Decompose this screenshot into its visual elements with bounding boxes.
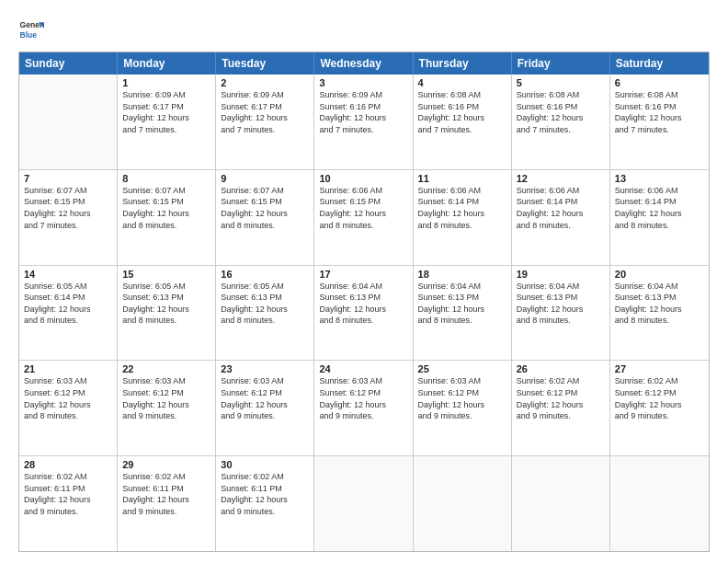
day-number: 29 bbox=[122, 459, 210, 470]
empty-cell bbox=[314, 456, 413, 551]
day-info: Sunrise: 6:06 AM Sunset: 6:14 PM Dayligh… bbox=[615, 185, 704, 231]
logo: General Blue bbox=[18, 17, 46, 42]
day-info: Sunrise: 6:07 AM Sunset: 6:15 PM Dayligh… bbox=[24, 185, 112, 231]
day-number: 2 bbox=[221, 77, 309, 88]
day-info: Sunrise: 6:08 AM Sunset: 6:16 PM Dayligh… bbox=[517, 89, 605, 135]
day-cell-18: 18Sunrise: 6:04 AM Sunset: 6:13 PM Dayli… bbox=[414, 266, 512, 361]
day-cell-27: 27Sunrise: 6:02 AM Sunset: 6:12 PM Dayli… bbox=[610, 361, 709, 455]
empty-cell bbox=[512, 456, 610, 551]
day-info: Sunrise: 6:05 AM Sunset: 6:13 PM Dayligh… bbox=[221, 281, 309, 327]
empty-cell bbox=[610, 456, 709, 551]
day-info: Sunrise: 6:09 AM Sunset: 6:17 PM Dayligh… bbox=[122, 89, 210, 135]
day-number: 21 bbox=[24, 363, 112, 374]
header-day-sunday: Sunday bbox=[19, 52, 118, 75]
day-info: Sunrise: 6:04 AM Sunset: 6:13 PM Dayligh… bbox=[418, 281, 506, 327]
header-day-tuesday: Tuesday bbox=[216, 52, 314, 75]
day-number: 26 bbox=[517, 363, 605, 374]
week-row-1: 1Sunrise: 6:09 AM Sunset: 6:17 PM Daylig… bbox=[19, 75, 709, 170]
day-info: Sunrise: 6:07 AM Sunset: 6:15 PM Dayligh… bbox=[221, 185, 309, 231]
day-cell-26: 26Sunrise: 6:02 AM Sunset: 6:12 PM Dayli… bbox=[512, 361, 610, 455]
day-number: 13 bbox=[615, 173, 704, 184]
svg-text:Blue: Blue bbox=[20, 30, 38, 40]
day-info: Sunrise: 6:04 AM Sunset: 6:13 PM Dayligh… bbox=[615, 281, 704, 327]
day-number: 28 bbox=[24, 459, 112, 470]
day-number: 30 bbox=[221, 459, 309, 470]
day-number: 1 bbox=[122, 77, 210, 88]
day-info: Sunrise: 6:09 AM Sunset: 6:17 PM Dayligh… bbox=[221, 89, 309, 135]
day-info: Sunrise: 6:03 AM Sunset: 6:12 PM Dayligh… bbox=[221, 375, 309, 421]
day-number: 16 bbox=[221, 269, 309, 280]
day-info: Sunrise: 6:02 AM Sunset: 6:12 PM Dayligh… bbox=[517, 375, 605, 421]
day-cell-25: 25Sunrise: 6:03 AM Sunset: 6:12 PM Dayli… bbox=[414, 361, 512, 455]
day-cell-7: 7Sunrise: 6:07 AM Sunset: 6:15 PM Daylig… bbox=[19, 170, 118, 265]
day-number: 11 bbox=[418, 173, 506, 184]
day-number: 27 bbox=[615, 363, 704, 374]
day-number: 19 bbox=[517, 269, 605, 280]
day-cell-29: 29Sunrise: 6:02 AM Sunset: 6:11 PM Dayli… bbox=[118, 456, 216, 551]
day-cell-11: 11Sunrise: 6:06 AM Sunset: 6:14 PM Dayli… bbox=[414, 170, 512, 265]
day-number: 17 bbox=[319, 269, 407, 280]
day-info: Sunrise: 6:02 AM Sunset: 6:12 PM Dayligh… bbox=[615, 375, 704, 421]
day-cell-1: 1Sunrise: 6:09 AM Sunset: 6:17 PM Daylig… bbox=[118, 75, 216, 169]
day-number: 5 bbox=[517, 77, 605, 88]
day-number: 12 bbox=[517, 173, 605, 184]
day-number: 9 bbox=[221, 173, 309, 184]
day-cell-30: 30Sunrise: 6:02 AM Sunset: 6:11 PM Dayli… bbox=[216, 456, 314, 551]
day-cell-13: 13Sunrise: 6:06 AM Sunset: 6:14 PM Dayli… bbox=[610, 170, 709, 265]
day-info: Sunrise: 6:06 AM Sunset: 6:14 PM Dayligh… bbox=[418, 185, 506, 231]
header-day-thursday: Thursday bbox=[414, 52, 512, 75]
day-cell-14: 14Sunrise: 6:05 AM Sunset: 6:14 PM Dayli… bbox=[19, 266, 118, 361]
day-number: 8 bbox=[122, 173, 210, 184]
day-number: 23 bbox=[221, 363, 309, 374]
day-info: Sunrise: 6:02 AM Sunset: 6:11 PM Dayligh… bbox=[221, 471, 309, 517]
header: General Blue bbox=[18, 17, 710, 42]
day-info: Sunrise: 6:05 AM Sunset: 6:13 PM Dayligh… bbox=[122, 281, 210, 327]
header-day-saturday: Saturday bbox=[610, 52, 709, 75]
day-cell-10: 10Sunrise: 6:06 AM Sunset: 6:15 PM Dayli… bbox=[314, 170, 413, 265]
week-row-5: 28Sunrise: 6:02 AM Sunset: 6:11 PM Dayli… bbox=[19, 456, 709, 551]
day-number: 18 bbox=[418, 269, 506, 280]
day-info: Sunrise: 6:02 AM Sunset: 6:11 PM Dayligh… bbox=[24, 471, 112, 517]
week-row-4: 21Sunrise: 6:03 AM Sunset: 6:12 PM Dayli… bbox=[19, 361, 709, 456]
calendar-header: SundayMondayTuesdayWednesdayThursdayFrid… bbox=[19, 52, 709, 75]
day-cell-20: 20Sunrise: 6:04 AM Sunset: 6:13 PM Dayli… bbox=[610, 266, 709, 361]
week-row-2: 7Sunrise: 6:07 AM Sunset: 6:15 PM Daylig… bbox=[19, 170, 709, 266]
day-info: Sunrise: 6:04 AM Sunset: 6:13 PM Dayligh… bbox=[517, 281, 605, 327]
svg-text:General: General bbox=[20, 20, 44, 29]
calendar: SundayMondayTuesdayWednesdayThursdayFrid… bbox=[18, 52, 710, 552]
logo-icon: General Blue bbox=[18, 17, 44, 42]
day-number: 20 bbox=[615, 269, 704, 280]
day-cell-23: 23Sunrise: 6:03 AM Sunset: 6:12 PM Dayli… bbox=[216, 361, 314, 455]
day-cell-22: 22Sunrise: 6:03 AM Sunset: 6:12 PM Dayli… bbox=[118, 361, 216, 455]
day-info: Sunrise: 6:03 AM Sunset: 6:12 PM Dayligh… bbox=[319, 375, 407, 421]
empty-cell bbox=[19, 75, 118, 169]
calendar-body: 1Sunrise: 6:09 AM Sunset: 6:17 PM Daylig… bbox=[19, 75, 709, 551]
empty-cell bbox=[414, 456, 512, 551]
day-info: Sunrise: 6:09 AM Sunset: 6:16 PM Dayligh… bbox=[319, 89, 407, 135]
day-number: 14 bbox=[24, 269, 112, 280]
day-number: 24 bbox=[319, 363, 407, 374]
day-info: Sunrise: 6:02 AM Sunset: 6:11 PM Dayligh… bbox=[122, 471, 210, 517]
day-cell-19: 19Sunrise: 6:04 AM Sunset: 6:13 PM Dayli… bbox=[512, 266, 610, 361]
day-number: 6 bbox=[615, 77, 704, 88]
day-info: Sunrise: 6:03 AM Sunset: 6:12 PM Dayligh… bbox=[122, 375, 210, 421]
day-cell-12: 12Sunrise: 6:06 AM Sunset: 6:14 PM Dayli… bbox=[512, 170, 610, 265]
day-cell-2: 2Sunrise: 6:09 AM Sunset: 6:17 PM Daylig… bbox=[216, 75, 314, 169]
day-cell-9: 9Sunrise: 6:07 AM Sunset: 6:15 PM Daylig… bbox=[216, 170, 314, 265]
week-row-3: 14Sunrise: 6:05 AM Sunset: 6:14 PM Dayli… bbox=[19, 266, 709, 362]
day-number: 25 bbox=[418, 363, 506, 374]
day-cell-3: 3Sunrise: 6:09 AM Sunset: 6:16 PM Daylig… bbox=[314, 75, 413, 169]
day-info: Sunrise: 6:04 AM Sunset: 6:13 PM Dayligh… bbox=[319, 281, 407, 327]
day-number: 15 bbox=[122, 269, 210, 280]
day-number: 3 bbox=[319, 77, 407, 88]
day-cell-5: 5Sunrise: 6:08 AM Sunset: 6:16 PM Daylig… bbox=[512, 75, 610, 169]
day-info: Sunrise: 6:03 AM Sunset: 6:12 PM Dayligh… bbox=[24, 375, 112, 421]
day-cell-4: 4Sunrise: 6:08 AM Sunset: 6:16 PM Daylig… bbox=[414, 75, 512, 169]
day-cell-28: 28Sunrise: 6:02 AM Sunset: 6:11 PM Dayli… bbox=[19, 456, 118, 551]
day-cell-8: 8Sunrise: 6:07 AM Sunset: 6:15 PM Daylig… bbox=[118, 170, 216, 265]
day-number: 4 bbox=[418, 77, 506, 88]
header-day-monday: Monday bbox=[118, 52, 216, 75]
day-info: Sunrise: 6:06 AM Sunset: 6:15 PM Dayligh… bbox=[319, 185, 407, 231]
page: General Blue SundayMondayTuesdayWednesda… bbox=[0, 0, 728, 563]
day-info: Sunrise: 6:05 AM Sunset: 6:14 PM Dayligh… bbox=[24, 281, 112, 327]
